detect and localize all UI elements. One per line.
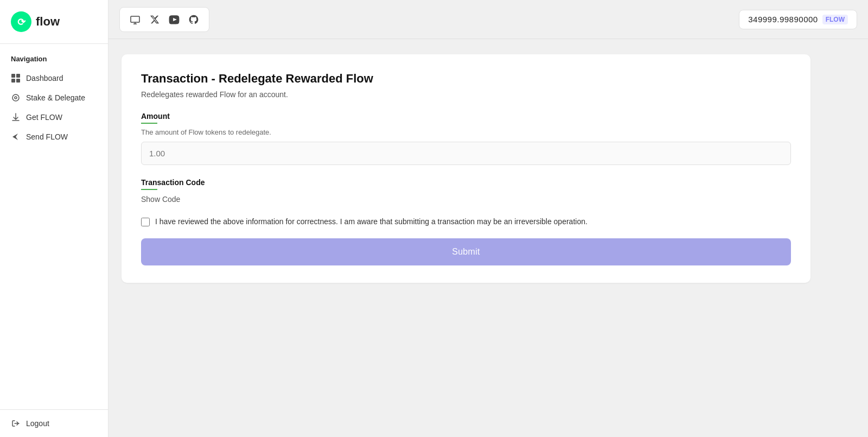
logo-text: flow [36,15,60,29]
svg-rect-2 [11,74,15,78]
svg-rect-3 [16,74,20,78]
logout-icon [11,419,21,428]
sidebar-item-dashboard[interactable]: Dashboard [0,68,108,88]
transaction-code-section: Transaction Code Show Code [141,178,791,204]
stake-icon [11,93,21,103]
amount-underline [141,123,157,124]
get-flow-icon [11,112,21,122]
amount-field: Amount The amount of Flow tokens to rede… [141,112,791,178]
transaction-subtitle: Redelegates rewarded Flow for an account… [141,90,791,99]
balance-currency: FLOW [822,15,848,24]
nav-section-label: Navigation [0,50,108,68]
youtube-icon-btn[interactable] [167,12,182,27]
svg-point-6 [12,94,19,101]
svg-point-7 [15,97,17,99]
amount-description: The amount of Flow tokens to redelegate. [141,128,791,136]
svg-rect-8 [131,16,139,22]
sidebar-item-get-flow[interactable]: Get FLOW [0,107,108,127]
review-checkbox[interactable] [141,218,150,226]
sidebar-item-send-flow[interactable]: Send FLOW [0,127,108,147]
send-flow-label: Send FLOW [26,132,68,141]
stake-label: Stake & Delegate [26,93,85,102]
svg-rect-5 [16,79,20,83]
logout-label: Logout [26,419,49,428]
show-code-link[interactable]: Show Code [141,195,180,204]
review-checkbox-row: I have reviewed the above information fo… [141,217,791,226]
transaction-card: Transaction - Redelegate Rewarded Flow R… [122,54,810,283]
main-content: 349999.99890000 FLOW Transaction - Redel… [108,0,868,437]
balance-display: 349999.99890000 FLOW [739,10,857,29]
balance-amount: 349999.99890000 [748,15,818,24]
dashboard-icon [11,73,21,83]
transaction-code-label: Transaction Code [141,178,791,187]
svg-text:⟳: ⟳ [17,17,26,28]
amount-input[interactable] [141,142,791,165]
topbar-icon-group [119,7,209,32]
sidebar-bottom: Logout [0,409,108,437]
transaction-title: Transaction - Redelegate Rewarded Flow [141,72,791,86]
svg-rect-4 [11,79,15,83]
topbar: 349999.99890000 FLOW [108,0,868,39]
amount-label: Amount [141,112,791,121]
sidebar-nav: Dashboard Stake & Delegate Get FLOW [0,68,108,147]
get-flow-label: Get FLOW [26,113,62,122]
submit-button[interactable]: Submit [141,238,791,265]
transaction-code-underline [141,189,157,190]
sidebar-item-stake[interactable]: Stake & Delegate [0,88,108,107]
sidebar-divider [0,43,108,44]
logo-area: ⟳ flow [0,0,108,43]
twitter-icon-btn[interactable] [147,12,162,27]
github-icon-btn[interactable] [186,12,201,27]
send-flow-icon [11,132,21,142]
logout-button[interactable]: Logout [11,419,97,428]
content-area: Transaction - Redelegate Rewarded Flow R… [108,39,868,437]
flow-logo-icon: ⟳ [11,11,31,32]
dashboard-label: Dashboard [26,74,63,83]
review-checkbox-label: I have reviewed the above information fo… [155,217,588,226]
sidebar: ⟳ flow Navigation Dashboard [0,0,108,437]
screen-icon-btn[interactable] [127,12,143,27]
